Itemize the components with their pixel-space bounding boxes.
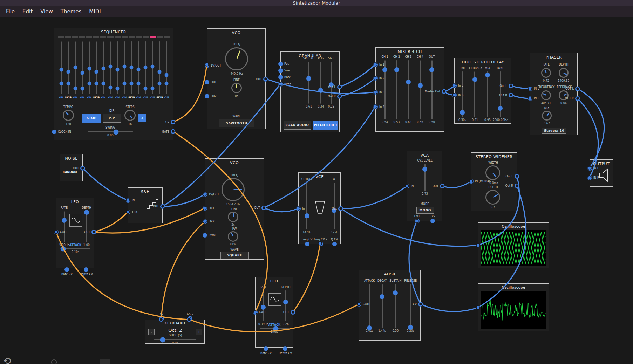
- refresh-icon[interactable]: ⟲: [3, 355, 11, 364]
- port-in-mono[interactable]: IN (MONO): [469, 179, 490, 184]
- vertical-slider[interactable]: SUSTAIN0.50: [389, 279, 401, 332]
- port-out-r[interactable]: OUT R: [565, 96, 580, 101]
- slider-track[interactable]: [410, 284, 411, 328]
- menu-file[interactable]: File: [2, 7, 19, 16]
- octave-up-button[interactable]: +: [196, 329, 202, 335]
- step-velocity-handle[interactable]: [94, 82, 98, 85]
- load-audio-button[interactable]: LOAD AUDIO: [284, 121, 311, 130]
- vertical-slider[interactable]: SIZE0.23: [327, 57, 335, 108]
- slider-handle[interactable]: [422, 167, 427, 172]
- slider-handle[interactable]: [318, 88, 323, 93]
- port-dot[interactable]: [64, 267, 69, 272]
- attack-slider[interactable]: 0.10s: [61, 247, 90, 254]
- module-keyboard[interactable]: KEYBOARD - + Oct: 2 GLIDE (S)0.05 CV GAT…: [145, 320, 205, 344]
- port-fm2[interactable]: FM2: [203, 219, 215, 224]
- slider-handle[interactable]: [60, 246, 66, 251]
- module-oscilloscope-2[interactable]: Oscilloscope: [478, 283, 549, 331]
- port-dot[interactable]: [587, 176, 592, 180]
- sequencer-step[interactable]: ON: [100, 41, 106, 99]
- slider-track[interactable]: [88, 131, 133, 132]
- port-dot[interactable]: [278, 82, 283, 87]
- wave-button[interactable]: SQUARE: [220, 252, 249, 259]
- slider-track[interactable]: [396, 60, 397, 119]
- port-gate-out[interactable]: GATE: [162, 130, 175, 134]
- slider-track[interactable]: [424, 164, 426, 191]
- port-rate-cv[interactable]: Rate CV: [61, 267, 73, 276]
- slider-handle[interactable]: [485, 73, 490, 77]
- vertical-slider[interactable]: DEPTH1.00: [82, 206, 91, 247]
- sequencer-step[interactable]: ON: [115, 41, 121, 99]
- sequencer-step[interactable]: ON: [79, 41, 85, 99]
- step-velocity-handle[interactable]: [151, 86, 155, 90]
- module-granular[interactable]: GRANULAR SPREAD0.61POS0.34SIZE0.23 Pos S…: [280, 51, 340, 132]
- swing-slider[interactable]: SWING0.05: [88, 126, 133, 137]
- step-gate-toggle[interactable]: ON: [150, 96, 155, 99]
- port-out[interactable]: OUT: [283, 310, 295, 315]
- port-dot[interactable]: [52, 130, 56, 134]
- depth-knob[interactable]: [559, 68, 569, 78]
- port-clock-in[interactable]: CLOCK IN: [52, 130, 71, 134]
- fine-knob[interactable]: [231, 83, 242, 93]
- step-pitch-handle[interactable]: [101, 66, 105, 70]
- port-dot[interactable]: [528, 96, 532, 101]
- step-slider-track[interactable]: [96, 41, 97, 94]
- port-in-r[interactable]: IN R: [528, 96, 539, 101]
- step-pitch-handle[interactable]: [137, 67, 141, 71]
- slider-handle[interactable]: [418, 83, 423, 88]
- slider-track[interactable]: [260, 328, 289, 329]
- port-dot[interactable]: [373, 76, 378, 81]
- step-gate-toggle[interactable]: SKIP: [156, 96, 163, 99]
- panel-button[interactable]: [100, 359, 110, 364]
- step-gate-toggle[interactable]: ON: [87, 96, 91, 99]
- step-gate-toggle[interactable]: SKIP: [93, 96, 100, 99]
- port-dot[interactable]: [373, 104, 378, 109]
- step-gate-toggle[interactable]: ON: [164, 96, 169, 99]
- step-gate-toggle[interactable]: ON: [73, 96, 77, 99]
- port-in[interactable]: In: [296, 206, 305, 211]
- step-pitch-handle[interactable]: [116, 68, 120, 72]
- step-slider-track[interactable]: [110, 41, 111, 94]
- vertical-slider[interactable]: RATE5.00Hz: [59, 206, 69, 247]
- patch-cable[interactable]: [511, 86, 530, 89]
- port-dot[interactable]: [469, 179, 474, 184]
- slider-handle[interactable]: [429, 67, 434, 72]
- port-dot[interactable]: [91, 230, 96, 234]
- sequencer-step[interactable]: ON: [72, 41, 78, 99]
- slider-handle[interactable]: [160, 337, 165, 342]
- port-dot[interactable]: [205, 80, 209, 84]
- patch-cable[interactable]: [173, 64, 207, 122]
- patch-cable[interactable]: [163, 194, 205, 206]
- port-dot[interactable]: [415, 219, 420, 223]
- module-sequencer[interactable]: SEQUENCER ONSKIPONONONSKIPONONONONSKIPON…: [54, 28, 173, 140]
- vertical-slider[interactable]: CUTOFF147Hz: [301, 178, 313, 234]
- port-out-r[interactable]: Out R: [328, 94, 342, 99]
- patch-cable[interactable]: [161, 221, 205, 320]
- step-pitch-handle[interactable]: [80, 71, 84, 75]
- port-pitch[interactable]: Pitch: [278, 82, 291, 87]
- port-in-3[interactable]: In 3: [373, 90, 384, 95]
- patch-cable[interactable]: [340, 64, 375, 87]
- port-fm1[interactable]: FM1: [205, 80, 217, 84]
- port-gate[interactable]: GATE: [253, 310, 266, 315]
- port-dot[interactable]: [452, 93, 457, 97]
- slider-handle[interactable]: [273, 326, 279, 331]
- slider-handle[interactable]: [394, 67, 399, 72]
- module-lfo-2[interactable]: LFO RATE0.39Hz DEPTH0.26 GATE OUT ATTACK…: [255, 277, 293, 348]
- vertical-slider[interactable]: DECAY1.44s: [377, 279, 387, 332]
- port-dot[interactable]: [253, 310, 258, 315]
- module-phaser[interactable]: PHASER RATE 0.75 DEPTH 1409.35 FREQUENCY…: [530, 53, 578, 135]
- port-dot[interactable]: [126, 210, 130, 214]
- sequencer-step[interactable]: ON: [136, 41, 142, 99]
- port-in-r[interactable]: In R: [452, 93, 464, 97]
- port-dot[interactable]: [575, 96, 580, 101]
- step-velocity-handle[interactable]: [73, 86, 77, 90]
- port-out[interactable]: OUT: [433, 184, 444, 188]
- step-velocity-handle[interactable]: [66, 82, 70, 85]
- slider-track[interactable]: [285, 290, 286, 321]
- port-dot[interactable]: [418, 302, 423, 307]
- freq-knob[interactable]: [222, 178, 245, 201]
- port-out-l[interactable]: Out L: [328, 85, 342, 89]
- port-freq-cv-2[interactable]: Freq CV 2: [313, 238, 328, 246]
- port-1voct[interactable]: 1V/OCT: [205, 63, 221, 68]
- slider-handle[interactable]: [84, 210, 89, 215]
